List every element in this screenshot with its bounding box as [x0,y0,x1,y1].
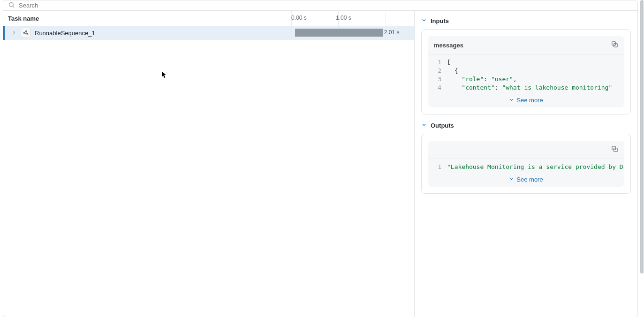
trace-tree-pane: Task name 0.00 s 1.00 s R [3,11,415,317]
trace-panel: Task name 0.00 s 1.00 s R [3,0,638,317]
task-row[interactable]: RunnableSequence_1 2.01 s [3,26,414,40]
chevron-down-icon [509,97,514,104]
search-input[interactable] [19,0,633,10]
chevron-down-icon [509,176,514,183]
inputs-section: Inputs messages 1 [ [421,17,631,114]
outputs-title: Outputs [431,122,454,129]
code-line: 3 "role": "user", [428,75,624,84]
code-header: messages [428,36,624,54]
code-line: 1 [ [428,58,624,67]
code-line: 1 "Lakehouse Monitoring is a service pro… [428,163,624,171]
task-label: RunnableSequence_1 [35,30,95,37]
task-name-cell: RunnableSequence_1 [5,26,283,40]
see-more-label: See more [516,97,543,104]
code-header [428,141,624,159]
timeline-header: 0.00 s 1.00 s [283,11,414,26]
chevron-right-icon[interactable] [11,30,17,37]
svg-point-4 [27,34,28,35]
inputs-card: messages 1 [ 2 { [421,29,631,114]
trace-header-row: Task name 0.00 s 1.00 s [3,11,414,26]
timeline-tick-label: 0.00 s [291,15,307,21]
chevron-down-icon [421,122,427,129]
inputs-section-header[interactable]: Inputs [421,17,631,24]
svg-line-7 [27,32,27,34]
code-line: 4 "content": "what is lakehouse monitori… [428,84,624,92]
outputs-card: 1 "Lakehouse Monitoring is a service pro… [421,134,631,194]
see-more-label: See more [516,176,543,183]
see-more-button[interactable]: See more [428,173,624,187]
timeline-cell: 2.01 s [283,26,414,40]
code-block-title: messages [434,42,463,49]
task-name-column-header: Task name [3,15,283,22]
copy-icon[interactable] [611,145,618,154]
gantt-bar [295,29,383,37]
content-area: Task name 0.00 s 1.00 s R [3,11,637,317]
svg-line-1 [13,6,14,8]
svg-line-6 [25,33,27,34]
inputs-code-block: messages 1 [ 2 { [428,36,624,107]
see-more-button[interactable]: See more [428,94,624,107]
chevron-down-icon [421,17,427,24]
outputs-code-block: 1 "Lakehouse Monitoring is a service pro… [428,141,624,187]
svg-line-5 [25,31,26,32]
code-body: 1 "Lakehouse Monitoring is a service pro… [428,159,624,173]
scrollbar[interactable] [640,0,644,274]
search-icon [8,1,15,10]
chain-icon [21,28,31,38]
code-body: 1 [ 2 { 3 "role": "user", [428,54,624,94]
copy-icon[interactable] [611,41,618,49]
timeline-tick-label: 1.00 s [336,15,351,21]
gantt-duration-label: 2.01 s [384,29,400,36]
code-line: 2 { [428,67,624,75]
outputs-section: Outputs 1 "Lakehouse M [421,122,631,194]
svg-point-0 [9,2,14,7]
search-bar [3,0,637,11]
details-pane: Inputs messages 1 [ [415,11,637,317]
inputs-title: Inputs [431,17,449,24]
outputs-section-header[interactable]: Outputs [421,122,631,129]
